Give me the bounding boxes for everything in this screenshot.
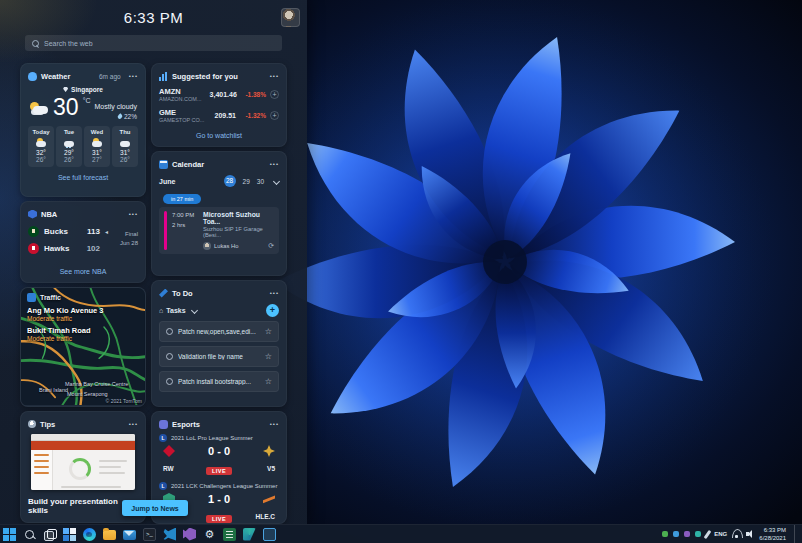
terminal-icon[interactable]: >_ <box>143 528 156 541</box>
stock-row[interactable]: AMZN AMAZON.COM... 3,401.46 -1.38% + <box>159 87 279 102</box>
esports-icon <box>159 420 168 429</box>
traffic-road-name: Bukit Timah Road <box>27 326 104 335</box>
calendar-date[interactable]: 29 <box>243 178 250 185</box>
traffic-widget[interactable]: Traffic Ang Mo Kio Avenue 3 Moderate tra… <box>20 287 146 407</box>
traffic-icon <box>27 293 36 302</box>
event-location: Suzhou SIP 1F Garage (Besi... <box>203 226 274 238</box>
see-more-nba-link[interactable]: See more NBA <box>28 268 138 275</box>
task-checkbox[interactable] <box>166 328 173 335</box>
attendee-name: Lukas Ho <box>214 243 239 249</box>
show-desktop-button[interactable] <box>794 525 797 543</box>
add-task-button[interactable]: + <box>266 304 279 317</box>
todo-menu-button[interactable]: ••• <box>270 288 279 298</box>
map-label: Marina Bay Cruise Centre <box>65 381 128 387</box>
todo-title: To Do <box>172 289 193 298</box>
taskbar: >_ ⚙ ENG 6:33 PM 6/28/2021 <box>0 524 802 543</box>
pen-tray-icon[interactable] <box>704 529 712 538</box>
tips-screenshot <box>31 434 135 490</box>
go-to-watchlist-link[interactable]: Go to watchlist <box>159 132 279 139</box>
taskbar-clock[interactable]: 6:33 PM 6/28/2021 <box>759 526 786 543</box>
chevron-down-icon[interactable] <box>273 177 280 184</box>
calendar-menu-button[interactable]: ••• <box>270 159 279 169</box>
visual-studio-icon[interactable] <box>183 528 196 541</box>
forecast-day[interactable]: Thu 31° 26° <box>112 126 138 167</box>
tray-icon[interactable] <box>662 531 668 537</box>
calendar-date[interactable]: 30 <box>257 178 264 185</box>
weather-widget[interactable]: Weather 6m ago ••• Singapore 30 °C Mostl… <box>20 63 146 197</box>
nba-team-row: Bucks 113 ◂ <box>28 226 108 237</box>
edge-icon[interactable] <box>83 528 96 541</box>
tips-menu-button[interactable]: ••• <box>129 419 138 429</box>
task-checkbox[interactable] <box>166 353 173 360</box>
v5-team-logo-icon <box>263 445 275 457</box>
volume-icon[interactable] <box>746 530 754 538</box>
weather-menu-button[interactable]: ••• <box>129 71 138 81</box>
todo-task[interactable]: Patch new,open,save,edi... ☆ <box>159 321 279 342</box>
mail-icon[interactable] <box>123 530 136 540</box>
calendar-icon <box>159 160 168 169</box>
stocks-widget[interactable]: Suggested for you ••• AMZN AMAZON.COM...… <box>151 63 287 147</box>
nba-team-row: Hawks 102 ◂ <box>28 243 108 254</box>
task-checkbox[interactable] <box>166 378 173 385</box>
nba-widget[interactable]: NBA ••• Bucks 113 ◂ Hawks <box>20 201 146 283</box>
esports-match[interactable]: L 2021 LoL Pro League Summer 0 - 0 RW LI… <box>159 434 279 477</box>
nba-title: NBA <box>41 210 57 219</box>
add-to-watchlist-button[interactable]: + <box>270 90 279 99</box>
traffic-road-status: Moderate traffic <box>27 315 104 322</box>
attendee-avatar <box>203 242 211 250</box>
todo-task[interactable]: Validation file by name ☆ <box>159 346 279 367</box>
jump-to-news-button[interactable]: Jump to News <box>122 500 188 516</box>
forecast-day[interactable]: Today 32° 26° <box>28 126 54 167</box>
calendar-widget[interactable]: Calendar ••• June 28 29 30 in 27 min <box>151 151 287 276</box>
nba-menu-button[interactable]: ••• <box>129 209 138 219</box>
see-full-forecast-link[interactable]: See full forecast <box>28 174 138 181</box>
stocks-menu-button[interactable]: ••• <box>270 71 279 81</box>
excel-icon[interactable] <box>223 528 236 541</box>
winner-arrow-icon: ◂ <box>105 228 108 235</box>
esports-menu-button[interactable]: ••• <box>270 419 279 429</box>
star-icon[interactable]: ☆ <box>265 327 272 336</box>
add-to-watchlist-button[interactable]: + <box>270 111 279 120</box>
weather-updated: 6m ago <box>99 73 121 80</box>
event-time: 7:00 PM <box>172 211 198 221</box>
calendar-title: Calendar <box>172 160 204 169</box>
start-icon[interactable] <box>3 528 16 541</box>
widgets-icon[interactable] <box>63 528 76 541</box>
star-icon[interactable]: ☆ <box>265 377 272 386</box>
virtual-machine-icon[interactable] <box>263 528 276 541</box>
forecast-day[interactable]: Tue 29° 26° <box>56 126 82 167</box>
partly-sunny-icon <box>91 138 103 147</box>
weather-condition: Mostly cloudy <box>95 103 137 110</box>
profile-avatar[interactable] <box>281 8 300 27</box>
tray-icon[interactable] <box>695 531 701 537</box>
map-label: Brani Island <box>39 387 68 393</box>
map-copyright: © 2021 TomTom <box>106 398 142 404</box>
star-icon[interactable]: ☆ <box>265 352 272 361</box>
todo-task[interactable]: Patch install bootstrapp... ☆ <box>159 371 279 392</box>
search-icon[interactable] <box>23 528 36 541</box>
traffic-title: Traffic <box>40 294 61 301</box>
file-explorer-icon[interactable] <box>103 530 116 540</box>
search-input[interactable]: Search the web <box>25 35 282 51</box>
tips-title: Tips <box>40 420 55 429</box>
power-automate-icon[interactable] <box>243 528 256 541</box>
tray-icon[interactable] <box>673 531 679 537</box>
calendar-event[interactable]: 7:00 PM 2 hrs Microsoft Suzhou Toa... Su… <box>159 207 279 254</box>
precip-chance: 22% <box>124 113 137 120</box>
language-indicator[interactable]: ENG <box>714 531 727 537</box>
event-color-bar <box>164 211 167 250</box>
nba-icon <box>28 210 37 219</box>
tray-icon[interactable] <box>684 531 690 537</box>
forecast-day[interactable]: Wed 31° 27° <box>84 126 110 167</box>
calendar-date-selected[interactable]: 28 <box>224 175 236 187</box>
settings-gear-icon[interactable]: ⚙ <box>203 528 216 541</box>
todo-widget[interactable]: To Do ••• ⌂ Tasks + Patch new,open,save,… <box>151 280 287 407</box>
esports-title: Esports <box>172 420 200 429</box>
task-view-icon[interactable] <box>43 528 56 541</box>
vscode-icon[interactable] <box>163 528 176 541</box>
lightbulb-icon <box>28 420 36 428</box>
network-icon[interactable] <box>732 531 741 538</box>
chevron-down-icon[interactable] <box>191 307 198 314</box>
stock-row[interactable]: GME GAMESTOP CO... 209.51 -1.32% + <box>159 108 279 123</box>
event-countdown-badge: in 27 min <box>163 194 201 204</box>
